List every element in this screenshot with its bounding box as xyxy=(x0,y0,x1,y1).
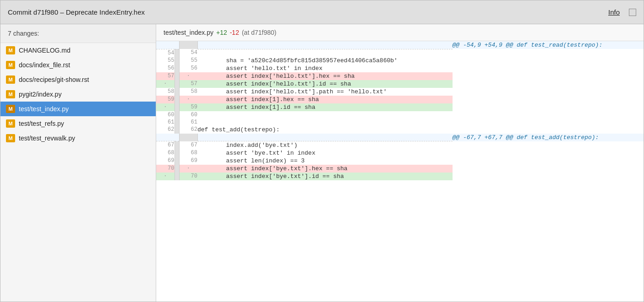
sidebar-item-CHANGELOG-md[interactable]: MCHANGELOG.md xyxy=(0,43,156,58)
new-line-num: 55 xyxy=(179,57,197,65)
diff-deletions: -12 xyxy=(230,29,239,36)
new-line-num: · xyxy=(179,72,197,80)
file-badge: M xyxy=(6,90,15,98)
diff-line: 5858 assert index['hello.txt'].path == '… xyxy=(156,88,644,96)
diff-filename: test/test_index.py xyxy=(164,29,213,36)
maximize-button[interactable] xyxy=(629,9,636,16)
file-name: CHANGELOG.md xyxy=(19,47,71,54)
line-content: assert index['hello.txt'].id == sha xyxy=(197,80,453,88)
new-line-num: 60 xyxy=(179,111,197,119)
sidebar-item-test-test-index-py[interactable]: Mtest/test_index.py xyxy=(0,102,156,116)
line-separator xyxy=(175,103,179,111)
line-separator xyxy=(175,157,179,165)
old-line-num: 70 xyxy=(156,165,175,173)
old-line-num: 54 xyxy=(156,49,175,57)
file-name: test/test_index.py xyxy=(19,105,69,113)
sidebar-item-test-test-refs-py[interactable]: Mtest/test_refs.py xyxy=(0,116,156,131)
old-line-num: 62 xyxy=(156,126,175,134)
diff-additions: +12 xyxy=(216,29,227,36)
line-separator xyxy=(175,80,179,88)
new-line-num: 56 xyxy=(179,65,197,72)
new-line-num: 59 xyxy=(179,103,197,111)
old-line-num: 56 xyxy=(156,65,175,72)
old-line-num: · xyxy=(156,80,175,88)
diff-content[interactable]: @@ -54,9 +54,9 @@ def test_read(testrepo… xyxy=(156,41,644,302)
line-content: index.add('bye.txt') xyxy=(197,141,453,150)
old-line-num: 67 xyxy=(156,141,175,150)
line-content: sha = 'a520c24d85fbfc815d385957eed41406c… xyxy=(197,57,453,65)
line-content: assert index[1].hex == sha xyxy=(197,96,453,103)
line-content: assert index['hello.txt'].path == 'hello… xyxy=(197,88,453,96)
diff-line: 59· assert index[1].hex == sha xyxy=(156,96,644,103)
file-list: MCHANGELOG.mdMdocs/index_file.rstMdocs/r… xyxy=(0,43,156,302)
old-line-num: 59 xyxy=(156,96,175,103)
hunk-separator: @@ -54,9 +54,9 @@ def test_read(testrepo… xyxy=(156,41,644,49)
diff-header: test/test_index.py +12 -12 (at d71f980) xyxy=(156,24,644,41)
file-badge: M xyxy=(6,105,15,113)
line-content: assert 'bye.txt' in index xyxy=(197,149,453,157)
file-badge: M xyxy=(6,61,15,69)
file-badge: M xyxy=(6,46,15,54)
new-line-num: · xyxy=(179,96,197,103)
line-separator xyxy=(175,72,179,80)
diff-line: 5555 sha = 'a520c24d85fbfc815d385957eed4… xyxy=(156,57,644,65)
diff-line: 6767 index.add('bye.txt') xyxy=(156,141,644,150)
new-line-num: 54 xyxy=(179,49,197,57)
old-line-num: · xyxy=(156,103,175,111)
diff-line: 70· assert index['bye.txt'].hex == sha xyxy=(156,165,644,173)
line-content: assert len(index) == 3 xyxy=(197,157,453,165)
info-button[interactable]: Info xyxy=(608,8,620,16)
sidebar-item-pygit2-index-py[interactable]: Mpygit2/index.py xyxy=(0,87,156,102)
diff-line: ·57 assert index['hello.txt'].id == sha xyxy=(156,80,644,88)
window-title: Commit d71f980 – Deprecate IndexEntry.he… xyxy=(8,8,145,16)
diff-line: 5454 xyxy=(156,49,644,57)
line-content: def test_add(testrepo): xyxy=(197,126,453,134)
sidebar-item-test-test-revwalk-py[interactable]: Mtest/test_revwalk.py xyxy=(0,131,156,146)
file-badge: M xyxy=(6,134,15,142)
main-window: Commit d71f980 – Deprecate IndexEntry.he… xyxy=(0,0,644,302)
title-bar-controls: Info xyxy=(608,8,636,16)
diff-line: ·70 assert index['bye.txt'].id == sha xyxy=(156,173,644,180)
line-separator xyxy=(175,126,179,134)
line-separator xyxy=(175,119,179,126)
new-line-num: 57 xyxy=(179,80,197,88)
line-separator xyxy=(175,173,179,180)
old-line-num: 61 xyxy=(156,119,175,126)
line-content: assert index['hello.txt'].hex == sha xyxy=(197,72,453,80)
line-content: assert index[1].id == sha xyxy=(197,103,453,111)
old-line-num: 68 xyxy=(156,149,175,157)
new-line-num: 68 xyxy=(179,149,197,157)
old-line-num: 60 xyxy=(156,111,175,119)
file-name: test/test_refs.py xyxy=(19,120,64,127)
diff-line: ·59 assert index[1].id == sha xyxy=(156,103,644,111)
line-separator xyxy=(175,49,179,57)
line-content xyxy=(197,49,453,57)
old-line-num: 58 xyxy=(156,88,175,96)
line-separator xyxy=(175,65,179,72)
new-line-num: 69 xyxy=(179,157,197,165)
diff-line: 6060 xyxy=(156,111,644,119)
diff-line: 5656 assert 'hello.txt' in index xyxy=(156,65,644,72)
file-name: pygit2/index.py xyxy=(19,91,61,98)
diff-line: 6969 assert len(index) == 3 xyxy=(156,157,644,165)
diff-meta: (at d71f980) xyxy=(242,29,277,36)
new-line-num: 67 xyxy=(179,141,197,150)
diff-table: @@ -54,9 +54,9 @@ def test_read(testrepo… xyxy=(156,41,644,180)
file-name: docs/index_file.rst xyxy=(19,61,70,69)
line-separator xyxy=(175,141,179,150)
sidebar-item-docs-recipes-git-show-rst[interactable]: Mdocs/recipes/git-show.rst xyxy=(0,72,156,87)
file-name: test/test_revwalk.py xyxy=(19,135,75,142)
line-content: assert index['bye.txt'].id == sha xyxy=(197,173,453,180)
line-content xyxy=(197,119,453,126)
line-separator xyxy=(175,96,179,103)
old-line-num: 69 xyxy=(156,157,175,165)
file-badge: M xyxy=(6,76,15,84)
sidebar-item-docs-index-file-rst[interactable]: Mdocs/index_file.rst xyxy=(0,58,156,72)
line-separator xyxy=(175,149,179,157)
sidebar-header: 7 changes: xyxy=(0,24,156,43)
line-separator xyxy=(175,88,179,96)
hunk-separator: @@ -67,7 +67,7 @@ def test_add(testrepo)… xyxy=(156,134,644,141)
old-line-num: 55 xyxy=(156,57,175,65)
diff-line: 6262def test_add(testrepo): xyxy=(156,126,644,134)
line-content: assert index['bye.txt'].hex == sha xyxy=(197,165,453,173)
